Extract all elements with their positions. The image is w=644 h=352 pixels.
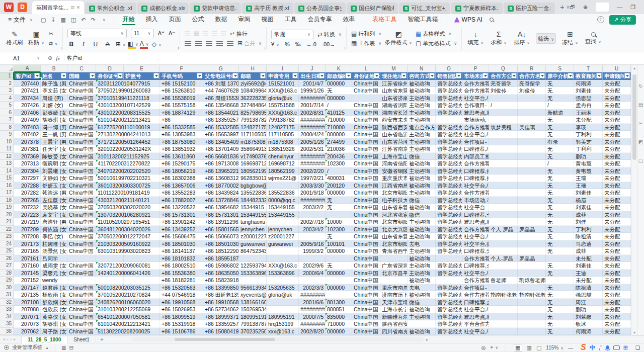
cell[interactable]: 湖南省长沙 bbox=[380, 109, 408, 117]
cell[interactable]: +86 1339985047 bbox=[203, 284, 239, 292]
menu-tab-效率[interactable]: 效率 bbox=[338, 14, 361, 25]
row-header-30[interactable]: 30 bbox=[0, 284, 14, 292]
cell[interactable]: 筑梦美程 bbox=[489, 124, 518, 131]
cell[interactable]: +86 13851932 bbox=[160, 145, 203, 153]
cell[interactable] bbox=[326, 255, 352, 262]
filter-dropdown-button[interactable] bbox=[260, 73, 266, 78]
add-sheet-button[interactable]: + bbox=[100, 336, 104, 343]
cell[interactable]: 2005/1/26 bbox=[299, 138, 326, 146]
row-header-23[interactable]: 23 bbox=[0, 233, 14, 240]
cell[interactable]: 410125 bbox=[326, 109, 352, 117]
cell[interactable]: 社交平台,/ bbox=[462, 233, 489, 240]
row-header-18[interactable]: 18 bbox=[0, 197, 14, 204]
cell[interactable]: 未分配 bbox=[603, 226, 631, 233]
cell[interactable]: 无 bbox=[546, 299, 574, 306]
row-header-21[interactable]: 21 bbox=[0, 218, 14, 226]
cell[interactable]: 主动咨询 bbox=[408, 247, 436, 255]
cell[interactable] bbox=[267, 255, 299, 262]
cell[interactable]: +86 1335925706 bbox=[203, 320, 239, 328]
cell[interactable]: China中国 bbox=[67, 102, 96, 109]
cell[interactable] bbox=[124, 277, 160, 284]
cell[interactable]: 刘素佳 bbox=[574, 262, 603, 270]
cell[interactable]: China中国 bbox=[67, 313, 96, 321]
cell[interactable]: 169698712 bbox=[239, 160, 267, 167]
cell[interactable]: China中国 bbox=[352, 291, 380, 299]
cell[interactable] bbox=[489, 284, 518, 292]
cell[interactable] bbox=[518, 174, 546, 182]
cell[interactable]: 32010220020531242X bbox=[96, 145, 124, 153]
cell[interactable]: 季忆 (女) bbox=[41, 233, 67, 240]
cell[interactable]: China中国 bbox=[67, 160, 96, 167]
cell[interactable]: 彭睿婧 (女) bbox=[41, 109, 67, 117]
font-name-select[interactable]: 等线∨ bbox=[67, 29, 127, 38]
cell[interactable]: 王瑞 bbox=[574, 182, 603, 190]
cell[interactable]: 留学总经办 bbox=[436, 138, 462, 146]
cell[interactable] bbox=[380, 255, 408, 262]
cell[interactable]: China中国 bbox=[352, 313, 380, 321]
header-cell[interactable]: 咨询方式 bbox=[408, 72, 436, 80]
header-cell[interactable]: 申请专用 bbox=[267, 72, 299, 80]
cell[interactable]: 274499 bbox=[326, 138, 352, 146]
font-color-button[interactable]: A∨ bbox=[140, 40, 148, 49]
number-format-select[interactable]: 常规∨ bbox=[271, 30, 313, 39]
cell[interactable]: 被动咨询 bbox=[408, 226, 436, 233]
formula-content[interactable]: 客户id bbox=[66, 54, 82, 62]
cell[interactable]: 丁利利 bbox=[574, 145, 603, 153]
cell[interactable]: 184482332 bbox=[239, 197, 267, 204]
row-header-1[interactable]: 1 bbox=[0, 72, 14, 80]
cell[interactable]: 留学总经办 bbox=[436, 204, 462, 211]
cell[interactable]: 370235250 bbox=[239, 328, 267, 335]
cell[interactable]: 000000 bbox=[326, 247, 352, 255]
filter-dropdown-button[interactable] bbox=[346, 73, 351, 78]
cell[interactable]: 唐浩轩 (男) bbox=[41, 218, 67, 226]
cell[interactable]: 180995191 bbox=[267, 313, 299, 321]
cell[interactable]: +86 1354866895 bbox=[203, 102, 239, 109]
cell[interactable]: 留学总经办 bbox=[436, 211, 462, 219]
cell[interactable]: 无 bbox=[546, 80, 574, 87]
upload-cloud-icon[interactable]: ⇧ bbox=[597, 16, 604, 23]
cell[interactable]: 留学总经办 bbox=[436, 174, 462, 182]
cell[interactable]: 430102200208315525 bbox=[96, 109, 124, 117]
cell[interactable]: 市场活动, bbox=[462, 116, 489, 124]
table-style-button[interactable]: ▦表格样式∨ bbox=[416, 30, 457, 38]
decrease-font-icon[interactable]: A⁻ bbox=[169, 30, 175, 37]
cell[interactable]: 207378 bbox=[14, 138, 41, 146]
cell[interactable]: 新疆维吾尔 bbox=[380, 313, 408, 321]
cell[interactable]: 500108200203035125 bbox=[96, 284, 124, 292]
cell[interactable]: +86 1506607386 bbox=[203, 233, 239, 240]
cell[interactable]: 未分配 bbox=[603, 124, 631, 131]
new-file-icon[interactable]: ▢ bbox=[41, 17, 46, 23]
column-header-E[interactable]: E bbox=[124, 65, 160, 72]
cell[interactable]: tanghaoxu bbox=[239, 218, 267, 226]
cell[interactable]: China中国 bbox=[352, 145, 380, 153]
cell[interactable]: 无 bbox=[546, 124, 574, 131]
cell[interactable]: 留学总经办 bbox=[436, 124, 462, 131]
cell[interactable] bbox=[518, 270, 546, 277]
filter-dropdown-button[interactable] bbox=[34, 73, 40, 78]
cell[interactable]: 西安市未央 bbox=[380, 116, 408, 124]
file-tab[interactable]: S贷款申请信息.xlsx bbox=[190, 3, 241, 14]
cell[interactable]: 平台合作方 bbox=[462, 320, 489, 328]
cell[interactable]: 留学总经办 bbox=[436, 95, 462, 102]
cell[interactable]: China中国 bbox=[67, 204, 96, 211]
cell[interactable]: m1875308 bbox=[267, 138, 299, 146]
cell[interactable]: China中国 bbox=[352, 204, 380, 211]
cell[interactable]: 主动咨询 bbox=[408, 102, 436, 109]
header-cell[interactable]: 邮政编码 bbox=[326, 72, 352, 80]
cell[interactable]: 刘紫馨 bbox=[574, 313, 603, 321]
row-header-31[interactable]: 31 bbox=[0, 291, 14, 299]
cell[interactable]: 153363896 bbox=[239, 270, 267, 277]
cell[interactable]: 207152 bbox=[14, 277, 41, 284]
cell[interactable]: 留学总经办 bbox=[436, 313, 462, 321]
cell[interactable]: 180562199 bbox=[239, 167, 267, 175]
cell[interactable]: 10000 bbox=[326, 218, 352, 226]
cell[interactable]: 山东省东营 bbox=[380, 204, 408, 211]
sheet-tab-11_28_5_1000[interactable]: 11_28_5_1000 bbox=[21, 336, 67, 343]
row-header-26[interactable]: 26 bbox=[0, 255, 14, 262]
header-cell[interactable]: 父母电话号码 bbox=[203, 72, 239, 80]
cell[interactable] bbox=[67, 277, 96, 284]
cell[interactable] bbox=[518, 306, 546, 313]
cell[interactable]: China中国 bbox=[67, 189, 96, 197]
cell[interactable] bbox=[546, 255, 574, 262]
cell[interactable]: 135522836 bbox=[239, 189, 267, 197]
